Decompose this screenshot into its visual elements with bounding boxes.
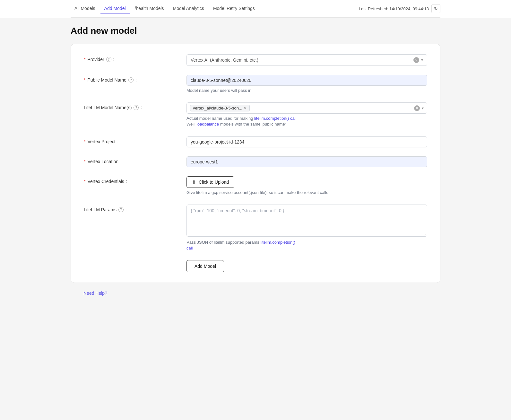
litellm-model-names-tag-right: ✕ ▾ <box>414 105 424 111</box>
vertex-credentials-help-text: Give litellm a gcp service account(.json… <box>186 190 427 196</box>
vertex-credentials-label-col: * Vertex Credentials : <box>84 176 186 184</box>
need-help-section: Need Help? <box>71 291 440 296</box>
provider-chevron-icon: ▾ <box>421 58 423 62</box>
tab-all-models[interactable]: All Models <box>71 4 99 13</box>
vertex-project-required-star: * <box>84 139 85 144</box>
form-row-vertex-credentials: * Vertex Credentials : ⬆ Click to Upload… <box>84 176 427 196</box>
litellm-model-names-help-icon[interactable]: ? <box>134 105 139 110</box>
vertex-location-required-star: * <box>84 159 85 164</box>
form-card: * Provider ? : Vertex AI (Anthropic, Gem… <box>71 44 440 283</box>
provider-select-value: Vertex AI (Anthropic, Gemini, etc.) <box>191 57 413 63</box>
litellm-params-help-icon[interactable]: ? <box>118 207 124 212</box>
vertex-project-label: Vertex Project <box>87 139 115 144</box>
litellm-params-label-col: LiteLLM Params ? : <box>84 205 186 212</box>
litellm-model-names-clear-icon[interactable]: ✕ <box>414 105 420 111</box>
provider-label: Provider <box>87 57 104 62</box>
litellm-completion-link-2[interactable]: litellm.completion()call <box>186 240 295 250</box>
litellm-model-names-chevron-icon: ▾ <box>422 106 424 110</box>
public-model-name-input-col: Model name your users will pass in. <box>186 75 427 93</box>
form-row-provider: * Provider ? : Vertex AI (Anthropic, Gem… <box>84 54 427 66</box>
provider-input-col: Vertex AI (Anthropic, Gemini, etc.) ✕ ▾ <box>186 54 427 66</box>
provider-label-col: * Provider ? : <box>84 54 186 62</box>
public-model-name-help-text: Model name your users will pass in. <box>186 88 427 93</box>
need-help-link[interactable]: Need Help? <box>83 291 107 296</box>
litellm-model-names-label-col: LiteLLM Model Name(s) ? : <box>84 102 186 110</box>
litellm-model-names-tag-input[interactable]: vertex_ai/claude-3-5-son... ✕ ✕ ▾ <box>186 102 427 114</box>
litellm-params-label: LiteLLM Params <box>84 207 117 212</box>
litellm-model-names-help-text: Actual model name used for making litell… <box>186 116 427 127</box>
upload-button-label: Click to Upload <box>199 179 229 185</box>
add-model-button-col: Add Model <box>186 260 427 272</box>
public-model-name-label-col: * Public Model Name ? : <box>84 75 186 83</box>
tab-model-analytics[interactable]: Model Analytics <box>169 4 208 13</box>
litellm-model-names-tag-value: vertex_ai/claude-3-5-son... <box>193 106 242 110</box>
provider-help-icon[interactable]: ? <box>106 57 111 62</box>
public-model-name-help-icon[interactable]: ? <box>128 77 134 83</box>
litellm-model-names-tag-remove[interactable]: ✕ <box>244 106 247 110</box>
vertex-credentials-required-star: * <box>84 179 85 184</box>
upload-icon: ⬆ <box>192 179 196 185</box>
upload-button[interactable]: ⬆ Click to Upload <box>186 176 234 188</box>
form-row-vertex-project: * Vertex Project : <box>84 136 427 147</box>
form-row-public-model-name: * Public Model Name ? : Model name your … <box>84 75 427 93</box>
vertex-project-input[interactable] <box>186 136 427 147</box>
litellm-model-names-input-col: vertex_ai/claude-3-5-son... ✕ ✕ ▾ Actual… <box>186 102 427 127</box>
form-row-add-model-button: Add Model <box>84 260 427 272</box>
tab-add-model[interactable]: Add Model <box>100 4 130 13</box>
public-model-name-input[interactable] <box>186 75 427 86</box>
vertex-location-label: Vertex Location <box>87 159 118 164</box>
last-refreshed-text: Last Refreshed: 14/10/2024, 09:44:13 <box>359 6 429 11</box>
form-row-litellm-params: LiteLLM Params ? : Pass JSON of litellm … <box>84 205 427 251</box>
nav-right: Last Refreshed: 14/10/2024, 09:44:13 ↻ <box>359 4 440 13</box>
vertex-credentials-label: Vertex Credentials <box>87 179 124 184</box>
provider-required-star: * <box>84 57 85 62</box>
public-model-name-required-star: * <box>84 77 85 83</box>
provider-select[interactable]: Vertex AI (Anthropic, Gemini, etc.) ✕ ▾ <box>186 54 427 66</box>
vertex-credentials-input-col: ⬆ Click to Upload Give litellm a gcp ser… <box>186 176 427 196</box>
litellm-model-names-tag: vertex_ai/claude-3-5-son... ✕ <box>190 105 250 111</box>
vertex-location-input[interactable] <box>186 156 427 167</box>
tab-model-retry-settings[interactable]: Model Retry Settings <box>209 4 259 13</box>
form-row-vertex-location: * Vertex Location : <box>84 156 427 167</box>
form-row-litellm-model-names: LiteLLM Model Name(s) ? : vertex_ai/clau… <box>84 102 427 127</box>
provider-select-icons: ✕ ▾ <box>413 57 423 63</box>
vertex-project-label-col: * Vertex Project : <box>84 136 186 144</box>
vertex-location-label-col: * Vertex Location : <box>84 156 186 164</box>
public-model-name-label: Public Model Name <box>87 77 126 83</box>
vertex-project-input-col <box>186 136 427 147</box>
litellm-params-help-text: Pass JSON of litellm supported params li… <box>186 240 427 251</box>
litellm-completion-link-1[interactable]: litellm.completion() call <box>254 116 296 121</box>
litellm-model-names-label: LiteLLM Model Name(s) <box>84 105 132 110</box>
nav-tabs: All Models Add Model /health Models Mode… <box>71 4 359 13</box>
litellm-params-textarea[interactable] <box>186 205 427 237</box>
refresh-button[interactable]: ↻ <box>431 4 440 13</box>
litellm-params-input-col: Pass JSON of litellm supported params li… <box>186 205 427 251</box>
loadbalance-link[interactable]: loadbalance <box>196 122 219 127</box>
tab-health-models[interactable]: /health Models <box>131 4 168 13</box>
provider-clear-icon[interactable]: ✕ <box>413 57 419 63</box>
page-title: Add new model <box>71 26 440 36</box>
add-model-button[interactable]: Add Model <box>186 260 224 272</box>
add-model-button-spacer <box>84 260 186 263</box>
vertex-location-input-col <box>186 156 427 167</box>
